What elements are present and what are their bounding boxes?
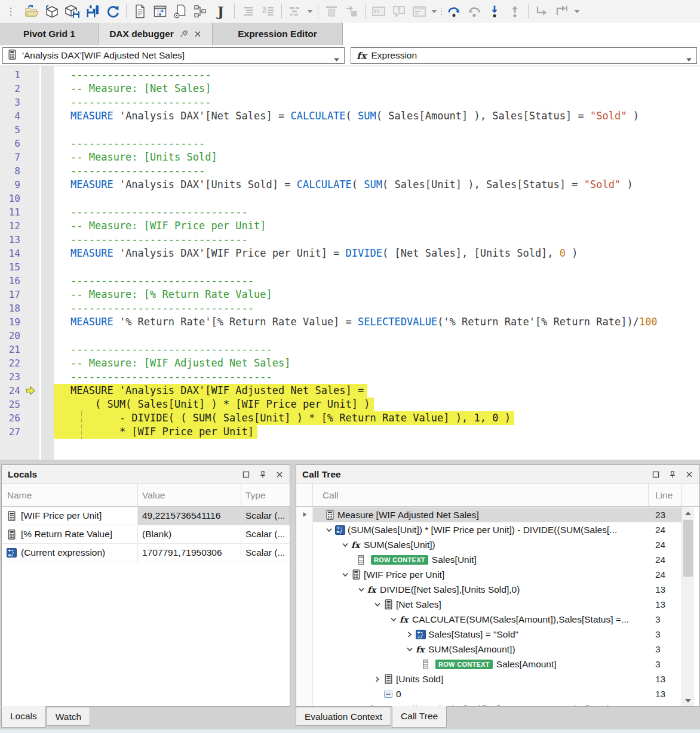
call-tree-row[interactable]: 013 <box>296 686 681 701</box>
toolbar-group-separator <box>439 4 444 19</box>
chevron-down-icon[interactable] <box>373 600 383 609</box>
code-line: ------------------------------ <box>54 274 700 288</box>
call-tree-row[interactable]: fxSUM(Sales[Amount])3 <box>296 642 681 657</box>
scroll-down-button[interactable] <box>682 695 694 706</box>
column-header-value[interactable]: Value <box>138 484 241 506</box>
column-header-call[interactable]: Call <box>313 484 649 506</box>
chevron-down-icon[interactable] <box>686 54 692 64</box>
pivot-grid-icon[interactable] <box>150 2 170 20</box>
page-link-icon[interactable] <box>170 2 191 20</box>
move-next-icon[interactable] <box>342 2 362 20</box>
chevron-down-icon[interactable] <box>325 526 335 534</box>
save-model-icon[interactable] <box>62 2 82 20</box>
output-window-icon[interactable] <box>409 2 429 20</box>
call-tree-row[interactable]: [Units Sold]13 <box>296 672 681 686</box>
step-out-icon[interactable] <box>505 2 525 20</box>
code-line: MEASURE 'Analysis DAX'[WIF Adjusted Net … <box>54 384 700 398</box>
new-document-icon[interactable] <box>130 2 150 20</box>
chevron-right-icon[interactable] <box>373 675 383 683</box>
open-model-icon[interactable] <box>42 2 62 20</box>
locals-row[interactable]: +-=/(Current expression)1707791,71950306… <box>2 544 290 562</box>
line-number-gutter[interactable]: 1234567891011121314151617181920212223242… <box>0 66 39 460</box>
call-tree-row[interactable]: fxDIVIDE((SUM(Sales[Unit]) * [% Return R… <box>296 701 681 706</box>
chevron-down-icon[interactable] <box>406 645 416 654</box>
open-report-icon[interactable] <box>22 2 42 20</box>
tab-pivot-grid-1[interactable]: Pivot Grid 1 <box>0 23 99 45</box>
pin-icon[interactable] <box>179 30 188 39</box>
dropdown-caret-icon[interactable] <box>305 2 315 20</box>
call-tree-row[interactable]: ROW CONTEXTSales[Amount]3 <box>296 657 681 672</box>
step-into-icon[interactable] <box>484 2 505 20</box>
align-top-icon[interactable] <box>321 2 342 20</box>
locals-name: (Current expression) <box>21 547 105 558</box>
column-header-type[interactable]: Type <box>241 484 290 506</box>
call-tree-row[interactable]: fxCALCULATE(SUM(Sales[Amount]),Sales[Sta… <box>296 612 681 627</box>
refresh-icon[interactable] <box>103 2 123 20</box>
code-line-text: ----------------------------- <box>54 233 251 247</box>
format-alt-icon[interactable]: 2 <box>258 2 278 20</box>
close-icon[interactable] <box>275 470 284 479</box>
comment-bubble-icon[interactable]: ! <box>389 2 409 20</box>
locals-row[interactable]: [% Return Rate Value](Blank)Scalar (... <box>2 525 290 544</box>
close-icon[interactable] <box>685 470 693 479</box>
call-tree-scrollbar[interactable] <box>681 507 694 706</box>
tab-expression-editor[interactable]: Expression Editor <box>213 23 343 45</box>
run-to-cursor-icon[interactable] <box>532 2 552 20</box>
call-tree-row[interactable]: ROW CONTEXTSales[Unit]24 <box>296 552 681 567</box>
call-tree-row[interactable]: Measure [WIF Adjusted Net Sales]23 <box>296 507 681 522</box>
save-all-icon[interactable] <box>82 2 103 20</box>
code-token: ----------------------- <box>70 96 211 108</box>
dropdown-caret-icon[interactable] <box>429 2 439 20</box>
panel-splitter[interactable] <box>290 464 296 729</box>
step-over-icon[interactable] <box>444 2 464 20</box>
dax-code-editor[interactable]: 1234567891011121314151617181920212223242… <box>0 66 700 460</box>
toolbar-separator <box>528 4 529 19</box>
call-tree-row[interactable]: fxSUM(Sales[Unit])24 <box>296 537 681 552</box>
code-token: 100 <box>639 316 658 328</box>
call-tree-row[interactable]: +-=/(SUM(Sales[Unit]) * [WIF Price per U… <box>296 522 681 537</box>
maximize-icon[interactable] <box>242 470 250 479</box>
line-number: 7 <box>0 150 39 164</box>
column-header-line[interactable]: Line <box>649 484 681 506</box>
chevron-down-icon[interactable] <box>357 586 367 594</box>
locals-name: [WIF Price per Unit] <box>21 510 102 521</box>
expression-selector-dropdown[interactable]: fx Expression <box>351 47 697 64</box>
measure-selector-dropdown[interactable]: 'Analysis DAX'[WIF Adjusted Net Sales] <box>2 47 345 64</box>
call-tree-tabstrip: Evaluation ContextCall Tree <box>296 707 447 729</box>
call-tree-row[interactable]: [Net Sales]13 <box>296 597 681 612</box>
close-icon[interactable] <box>194 30 202 38</box>
layout-blocks-icon[interactable] <box>285 2 305 20</box>
code-area[interactable]: ------------------------- Measure: [Net … <box>54 66 700 460</box>
maximize-icon[interactable] <box>652 470 660 479</box>
scrollbar-thumb[interactable] <box>683 520 693 577</box>
pin-icon[interactable] <box>259 470 267 479</box>
chevron-down-icon[interactable] <box>389 615 400 624</box>
call-tree-row[interactable]: +-=/Sales[Status] = "Sold"3 <box>296 627 681 642</box>
chevron-down-icon[interactable] <box>357 705 367 707</box>
chevron-down-icon[interactable] <box>341 541 351 549</box>
tab-dax-debugger[interactable]: DAX debugger <box>99 23 213 45</box>
call-cell: +-=/Sales[Status] = "Sold" <box>313 627 649 642</box>
call-tree-row[interactable]: fxDIVIDE([Net Sales],[Units Sold],0)13 <box>296 582 681 597</box>
dax-script-icon[interactable]: J <box>211 2 231 20</box>
locals-row[interactable]: [WIF Price per Unit]49,2215736541116Scal… <box>2 507 290 525</box>
call-tree-tab-evaluation-context[interactable]: Evaluation Context <box>296 707 391 726</box>
step-back-icon[interactable] <box>464 2 484 20</box>
chevron-right-icon[interactable] <box>406 630 416 639</box>
locals-tab-locals[interactable]: Locals <box>1 706 46 728</box>
console-window-icon[interactable] <box>369 2 389 20</box>
code-token: * [WIF Price per Unit] <box>70 426 254 438</box>
locals-tab-watch[interactable]: Watch <box>47 707 90 726</box>
chevron-down-icon[interactable] <box>341 571 351 579</box>
format-query-icon[interactable] <box>238 2 258 20</box>
call-tree-tab-call-tree[interactable]: Call Tree <box>392 706 447 728</box>
pin-icon[interactable] <box>668 470 677 479</box>
exit-debug-icon[interactable] <box>552 2 572 20</box>
dropdown-caret-icon[interactable] <box>572 2 582 20</box>
hierarchy-icon[interactable] <box>191 2 211 20</box>
code-line-text: ----------------------- <box>54 96 214 109</box>
column-header-name[interactable]: Name <box>2 484 138 506</box>
chevron-down-icon[interactable] <box>333 54 340 64</box>
scroll-up-button[interactable] <box>682 507 694 519</box>
call-tree-row[interactable]: [WIF Price per Unit]24 <box>296 567 681 582</box>
